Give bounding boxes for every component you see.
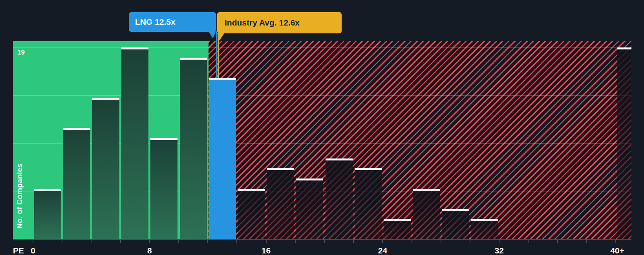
histogram-bar[interactable]	[63, 128, 90, 239]
x-axis-tick	[91, 240, 91, 243]
x-axis-tick-label: 8	[147, 246, 152, 255]
y-axis-label: No. of Companies	[15, 164, 24, 229]
x-axis-tick	[412, 240, 412, 243]
company-pe-tooltip[interactable]: LNG 12.5x	[129, 12, 216, 32]
x-axis-tick	[324, 240, 325, 243]
x-axis-tick-label: 24	[378, 246, 387, 255]
company-tooltip-pointer	[209, 31, 216, 38]
x-axis-tick	[499, 240, 499, 243]
x-axis-tick	[470, 240, 470, 243]
bar-top-cap	[238, 189, 265, 191]
histogram-bar[interactable]	[471, 219, 498, 239]
bar-top-cap	[150, 138, 177, 140]
bar-top-cap	[63, 128, 90, 130]
x-axis-tick	[207, 240, 208, 243]
x-axis-tick	[120, 240, 121, 243]
histogram-bar[interactable]	[326, 158, 353, 239]
company-pe-tooltip-label: LNG 12.5x	[135, 17, 176, 27]
x-axis-tick	[528, 240, 529, 243]
x-axis-tick	[149, 240, 150, 243]
x-axis-tick	[178, 240, 179, 243]
bar-top-cap	[121, 47, 148, 49]
x-axis-tick-label: 32	[495, 246, 504, 255]
bar-top-cap	[92, 98, 119, 100]
bar-top-cap	[384, 219, 411, 221]
bar-top-cap	[209, 78, 236, 80]
bar-top-cap	[34, 189, 61, 191]
histogram-bar[interactable]	[34, 189, 61, 239]
company-pe-marker-line	[216, 31, 217, 78]
bar-top-cap	[471, 219, 498, 221]
x-axis-tick	[236, 240, 237, 243]
x-axis-tick-label: 40+	[610, 246, 624, 255]
industry-avg-tooltip-label: Industry Avg. 12.6x	[225, 18, 300, 27]
x-axis-title: PE	[13, 246, 24, 255]
bar-top-cap	[442, 209, 469, 211]
x-axis-tick	[557, 240, 558, 243]
x-axis-tick	[33, 240, 33, 243]
histogram-bar[interactable]	[442, 209, 469, 239]
bar-top-cap	[326, 158, 353, 160]
x-axis-tick	[586, 240, 587, 243]
bar-top-cap	[180, 58, 207, 60]
x-axis-tick	[62, 240, 62, 243]
histogram-bar[interactable]	[296, 178, 323, 239]
x-axis-tick	[382, 240, 383, 243]
histogram-bar[interactable]	[92, 98, 119, 239]
histogram-bar[interactable]	[617, 47, 632, 239]
bar-top-cap	[296, 178, 323, 180]
histogram-bar[interactable]	[180, 58, 207, 239]
company-bar[interactable]	[209, 78, 236, 239]
pe-histogram-chart: 19 No. of Companies 0816243240+ PE LNG 1…	[0, 0, 644, 255]
gridline	[13, 47, 631, 48]
histogram-bar[interactable]	[121, 47, 148, 239]
histogram-bar[interactable]	[413, 189, 440, 239]
x-axis-line	[13, 239, 631, 240]
histogram-bar[interactable]	[267, 168, 294, 239]
bar-top-cap	[355, 168, 382, 170]
x-axis-tick-label: 16	[262, 246, 271, 255]
bar-top-cap	[617, 47, 632, 49]
industry-avg-marker-line	[218, 33, 219, 78]
industry-avg-tooltip[interactable]: Industry Avg. 12.6x	[217, 12, 342, 33]
histogram-bar[interactable]	[150, 138, 177, 239]
x-axis-tick	[441, 240, 441, 243]
histogram-bar[interactable]	[384, 219, 411, 239]
y-max-label: 19	[17, 49, 25, 56]
x-axis-tick	[266, 240, 267, 243]
bar-top-cap	[267, 168, 294, 170]
x-axis-tick	[353, 240, 354, 243]
x-axis-tick	[295, 240, 296, 243]
histogram-bar[interactable]	[355, 168, 382, 239]
histogram-bar[interactable]	[238, 189, 265, 239]
gridline	[13, 95, 631, 96]
x-axis-tick	[615, 240, 616, 243]
x-axis-tick-label: 0	[31, 246, 35, 255]
bar-top-cap	[413, 189, 440, 191]
